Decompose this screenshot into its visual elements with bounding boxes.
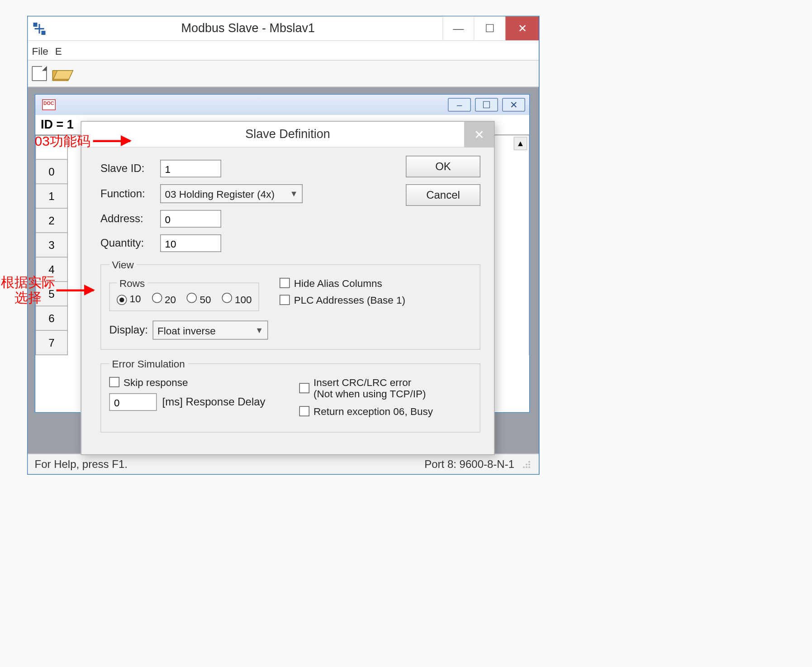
menubar: File E <box>28 41 539 60</box>
slave-definition-dialog: Slave Definition ✕ OK Cancel Slave ID: F… <box>81 121 495 455</box>
quantity-input[interactable] <box>160 234 221 252</box>
annotation-function: 03功能码 <box>35 132 131 151</box>
document-titlebar[interactable]: – ☐ ✕ <box>35 95 529 115</box>
close-button[interactable]: ✕ <box>505 17 539 41</box>
mdi-minimize-button[interactable]: – <box>448 98 471 112</box>
row-headers: 0 1 2 3 4 5 6 7 <box>35 135 68 355</box>
status-port-text: Port 8: 9600-8-N-1 <box>424 458 514 470</box>
function-select[interactable]: 03 Holding Register (4x) ▼ <box>160 184 303 203</box>
toolbar <box>28 60 539 87</box>
dialog-close-button[interactable]: ✕ <box>464 122 494 148</box>
chevron-down-icon: ▼ <box>290 189 298 199</box>
display-select[interactable]: Float inverse ▼ <box>153 321 268 340</box>
quantity-label: Quantity: <box>100 237 160 249</box>
row-header[interactable]: 7 <box>35 331 68 355</box>
maximize-button[interactable]: ☐ <box>474 17 505 41</box>
rows-100-radio[interactable]: 100 <box>222 293 252 305</box>
status-bar: For Help, press F1. Port 8: 9600-8-N-1 <box>28 454 539 474</box>
display-label: Display: <box>109 324 153 336</box>
view-group: View Rows 10 20 50 100 Hide <box>100 259 480 350</box>
row-header[interactable]: 3 <box>35 233 68 257</box>
arrow-icon <box>93 140 131 143</box>
rows-legend: Rows <box>117 277 147 289</box>
menu-file[interactable]: File <box>32 45 48 57</box>
open-file-icon[interactable] <box>52 66 67 81</box>
ok-button[interactable]: OK <box>406 156 480 177</box>
scroll-up-button[interactable]: ▲ <box>514 137 527 150</box>
window-title: Modbus Slave - Mbslav1 <box>54 21 443 36</box>
rows-20-radio[interactable]: 20 <box>152 293 176 305</box>
response-delay-input[interactable] <box>109 393 157 411</box>
rows-group: Rows 10 20 50 100 <box>109 277 260 311</box>
function-label: Function: <box>100 188 160 200</box>
insert-crc-checkbox[interactable]: Insert CRC/LRC error(Not when using TCP/… <box>299 376 433 400</box>
annotation-display: 根据实际 选择 <box>1 275 94 306</box>
cancel-button[interactable]: Cancel <box>406 184 480 206</box>
chevron-down-icon: ▼ <box>255 325 263 335</box>
rows-10-radio[interactable]: 10 <box>117 293 141 305</box>
mdi-maximize-button[interactable]: ☐ <box>475 98 498 112</box>
response-delay-label: [ms] Response Delay <box>162 396 266 408</box>
error-legend: Error Simulation <box>109 358 188 370</box>
row-header[interactable]: 1 <box>35 184 68 209</box>
main-window: Modbus Slave - Mbslav1 — ☐ ✕ File E – ☐ … <box>27 16 540 475</box>
return-exception-checkbox[interactable]: Return exception 06, Busy <box>299 405 433 417</box>
error-simulation-group: Error Simulation Skip response [ms] Resp… <box>100 358 480 432</box>
plc-addresses-checkbox[interactable]: PLC Addresses (Base 1) <box>280 294 405 306</box>
row-header[interactable]: 2 <box>35 209 68 233</box>
resize-grip-icon[interactable] <box>521 459 532 470</box>
document-icon <box>42 100 56 110</box>
menu-edit[interactable]: E <box>55 45 62 57</box>
hide-alias-checkbox[interactable]: Hide Alias Columns <box>280 277 405 289</box>
titlebar[interactable]: Modbus Slave - Mbslav1 — ☐ ✕ <box>28 17 539 41</box>
slave-id-label: Slave ID: <box>100 162 160 175</box>
view-legend: View <box>109 259 137 271</box>
new-file-icon[interactable] <box>32 66 47 81</box>
address-input[interactable] <box>160 210 221 228</box>
arrow-icon <box>57 289 94 291</box>
dialog-title[interactable]: Slave Definition ✕ <box>81 122 494 148</box>
address-label: Address: <box>100 213 160 225</box>
status-help-text: For Help, press F1. <box>35 458 128 470</box>
row-header[interactable]: 0 <box>35 160 68 184</box>
row-header[interactable]: 6 <box>35 306 68 331</box>
app-icon <box>33 22 46 34</box>
minimize-button[interactable]: — <box>442 17 474 41</box>
skip-response-checkbox[interactable]: Skip response <box>109 376 279 388</box>
mdi-close-button[interactable]: ✕ <box>502 98 525 112</box>
slave-id-input[interactable] <box>160 160 221 177</box>
rows-50-radio[interactable]: 50 <box>187 293 211 305</box>
